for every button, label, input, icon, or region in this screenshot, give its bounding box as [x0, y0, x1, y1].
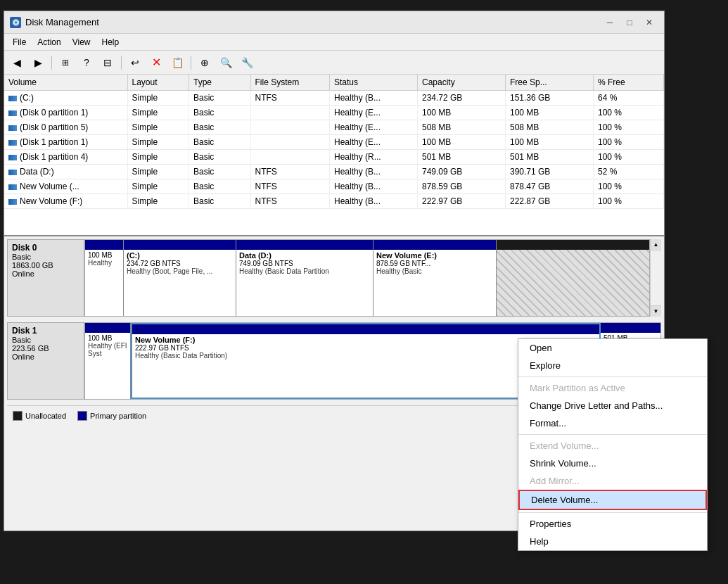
- col-layout[interactable]: Layout: [127, 75, 189, 91]
- context-menu-item-delete-volume-[interactable]: Delete Volume...: [518, 490, 707, 510]
- col-volume[interactable]: Volume: [4, 75, 127, 91]
- disk0-status: Online: [12, 269, 79, 278]
- context-menu-item-explore[interactable]: Explore: [518, 357, 707, 374]
- disk0-part1-size: 100 MB: [88, 251, 120, 259]
- disk0-scrollbar[interactable]: ▲ ▼: [650, 239, 661, 317]
- col-status[interactable]: Status: [330, 75, 418, 91]
- volumes-table: Volume Layout Type File System Status Ca…: [4, 75, 664, 209]
- cell-type: Basic: [189, 135, 251, 150]
- col-pct[interactable]: % Free: [594, 75, 664, 91]
- disk0-e-size: 878.59 GB NTF...: [376, 260, 493, 267]
- cell-capacity: 749.09 GB: [418, 165, 506, 179]
- minimize-button[interactable]: ─: [601, 15, 619, 30]
- col-type[interactable]: Type: [189, 75, 251, 91]
- disk0-type: Basic: [12, 253, 79, 261]
- table-row[interactable]: (Disk 1 partition 4) Simple Basic Health…: [4, 150, 664, 165]
- title-buttons: ─ □ ✕: [601, 15, 658, 30]
- context-menu-item-format-[interactable]: Format...: [518, 414, 707, 432]
- disk0-part-d[interactable]: Data (D:) 749.09 GB NTFS Healthy (Basic …: [236, 240, 373, 316]
- cell-capacity: 878.59 GB: [418, 179, 506, 194]
- disk0-partitions: 100 MB Healthy (C:) 234.72 GB NTFS Healt…: [84, 239, 650, 317]
- title-bar: 💿 Disk Management ─ □ ✕: [4, 11, 664, 34]
- disk0-size: 1863.00 GB: [12, 261, 79, 269]
- add-button[interactable]: ⊕: [195, 53, 215, 72]
- cell-pct: 100 %: [594, 135, 664, 150]
- disk1-part1[interactable]: 100 MB Healthy (EFI Syst: [85, 323, 131, 399]
- disk1-type: Basic: [12, 336, 79, 344]
- cell-pct: 100 %: [594, 194, 664, 209]
- cell-free: 222.87 GB: [506, 194, 594, 209]
- context-menu-item-change-drive-letter-and-paths-[interactable]: Change Drive Letter and Paths...: [518, 397, 707, 414]
- help-button[interactable]: ?: [77, 53, 96, 72]
- cell-volume: (Disk 0 partition 5): [4, 120, 127, 135]
- delete-button[interactable]: ✕: [146, 53, 166, 72]
- cell-status: Healthy (B...: [330, 194, 418, 209]
- context-menu-item-shrink-volume-[interactable]: Shrink Volume...: [518, 455, 707, 472]
- menu-file[interactable]: File: [7, 36, 32, 49]
- col-free[interactable]: Free Sp...: [506, 75, 594, 91]
- cell-status: Healthy (B...: [330, 165, 418, 179]
- table-row[interactable]: (C:) Simple Basic NTFS Healthy (B... 234…: [4, 91, 664, 106]
- context-menu-item-add-mirror-: Add Mirror...: [518, 472, 707, 490]
- scroll-up[interactable]: ▲: [651, 239, 661, 250]
- disk0-part-e[interactable]: New Volume (E:) 878.59 GB NTF... Healthy…: [373, 240, 497, 316]
- legend-unallocated: Unallocated: [13, 411, 66, 421]
- cell-free: 100 MB: [506, 106, 594, 120]
- minus-button[interactable]: ⊟: [98, 53, 117, 72]
- cell-volume: New Volume (F:): [4, 194, 127, 209]
- undo-button[interactable]: ↩: [125, 53, 145, 72]
- legend-primary-label: Primary partition: [90, 412, 146, 420]
- context-menu-item-help[interactable]: Help: [518, 533, 707, 550]
- disk0-d-size: 749.09 GB NTFS: [239, 260, 370, 267]
- table-row[interactable]: Data (D:) Simple Basic NTFS Healthy (B..…: [4, 165, 664, 179]
- table-row[interactable]: (Disk 0 partition 5) Simple Basic Health…: [4, 120, 664, 135]
- cell-type: Basic: [189, 120, 251, 135]
- menu-help[interactable]: Help: [96, 36, 125, 49]
- col-capacity[interactable]: Capacity: [418, 75, 506, 91]
- cell-fs: NTFS: [250, 91, 330, 106]
- context-menu-item-open[interactable]: Open: [518, 339, 707, 357]
- disk0-d-label: Data (D:): [239, 251, 370, 260]
- copy-button[interactable]: 📋: [167, 53, 187, 72]
- forward-button[interactable]: ▶: [28, 53, 48, 72]
- disk0-d-status: Healthy (Basic Data Partition: [239, 267, 370, 275]
- disk0-unalloc[interactable]: [497, 240, 649, 316]
- close-button[interactable]: ✕: [640, 15, 658, 30]
- disk0-part-c[interactable]: (C:) 234.72 GB NTFS Healthy (Boot, Page …: [124, 240, 236, 316]
- cell-status: Healthy (E...: [330, 135, 418, 150]
- table-row[interactable]: (Disk 0 partition 1) Simple Basic Health…: [4, 106, 664, 120]
- scroll-down[interactable]: ▼: [651, 305, 661, 317]
- menu-view[interactable]: View: [67, 36, 96, 49]
- context-menu-item-properties[interactable]: Properties: [518, 515, 707, 533]
- disk0-part1[interactable]: 100 MB Healthy: [85, 240, 124, 316]
- disk0-label: Disk 0 Basic 1863.00 GB Online: [7, 239, 84, 317]
- cell-volume: New Volume (...: [4, 179, 127, 194]
- cell-free: 501 MB: [506, 150, 594, 165]
- cell-layout: Simple: [127, 179, 189, 194]
- disk1-name: Disk 1: [12, 326, 79, 336]
- col-filesystem[interactable]: File System: [250, 75, 330, 91]
- search-button[interactable]: 🔍: [216, 53, 236, 72]
- table-row[interactable]: New Volume (... Simple Basic NTFS Health…: [4, 179, 664, 194]
- cell-free: 878.47 GB: [506, 179, 594, 194]
- table-row[interactable]: (Disk 1 partition 1) Simple Basic Health…: [4, 135, 664, 150]
- grid-button[interactable]: ⊞: [56, 53, 75, 72]
- cell-capacity: 508 MB: [418, 120, 506, 135]
- maximize-button[interactable]: □: [620, 15, 639, 30]
- cell-pct: 100 %: [594, 150, 664, 165]
- settings-button[interactable]: 🔧: [237, 53, 257, 72]
- cell-capacity: 100 MB: [418, 135, 506, 150]
- legend-primary-icon: [77, 411, 87, 421]
- disk1-part1-status: Healthy (EFI Syst: [88, 342, 127, 357]
- menu-action[interactable]: Action: [32, 36, 66, 49]
- context-menu-item-mark-partition-as-active: Mark Partition as Active: [518, 379, 707, 397]
- legend-primary: Primary partition: [77, 411, 146, 421]
- table-row[interactable]: New Volume (F:) Simple Basic NTFS Health…: [4, 194, 664, 209]
- cell-pct: 52 %: [594, 165, 664, 179]
- back-button[interactable]: ◀: [7, 53, 27, 72]
- cell-layout: Simple: [127, 106, 189, 120]
- disk1-label: Disk 1 Basic 223.56 GB Online: [7, 322, 84, 400]
- title-left: 💿 Disk Management: [10, 17, 99, 28]
- disk0-c-label: (C:): [127, 251, 233, 260]
- cell-fs: NTFS: [250, 165, 330, 179]
